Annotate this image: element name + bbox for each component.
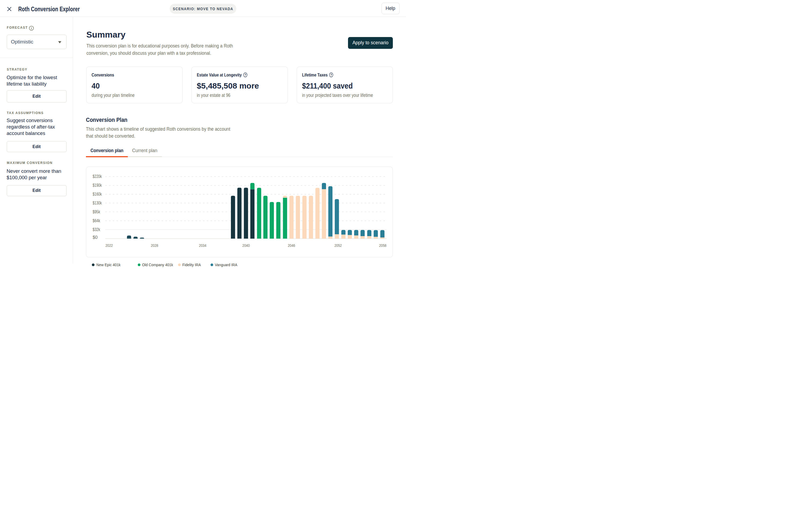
svg-text:?: ? (331, 73, 332, 76)
svg-text:$32k: $32k (93, 227, 100, 231)
svg-text:$220k: $220k (93, 174, 102, 179)
svg-text:$130k: $130k (93, 200, 102, 205)
svg-text:2040: 2040 (243, 243, 250, 248)
svg-text:$160k: $160k (93, 192, 102, 196)
svg-text:$95k: $95k (93, 209, 100, 214)
svg-text:2022: 2022 (105, 243, 113, 248)
svg-text:2028: 2028 (151, 243, 158, 248)
svg-text:2034: 2034 (199, 243, 206, 248)
svg-text:2058: 2058 (379, 243, 387, 248)
svg-text:$190k: $190k (93, 183, 102, 187)
svg-text:2046: 2046 (288, 243, 295, 248)
svg-text:$0: $0 (93, 235, 98, 240)
svg-text:$64k: $64k (93, 219, 100, 223)
svg-text:2052: 2052 (334, 243, 342, 248)
svg-text:?: ? (244, 73, 246, 76)
